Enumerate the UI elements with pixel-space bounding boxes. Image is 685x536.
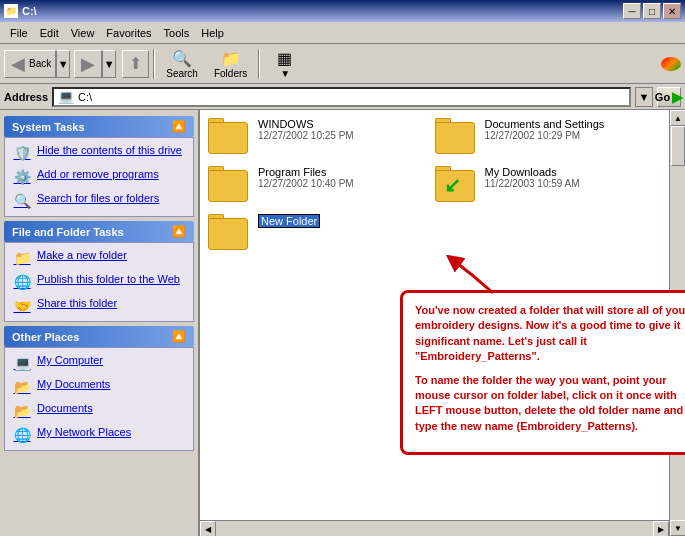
new-folder-item[interactable]: New Folder xyxy=(208,214,427,250)
content-grid: WINDOWS 12/27/2002 10:25 PM Documents an… xyxy=(200,110,669,270)
search-files-item[interactable]: 🔍 Search for files or folders xyxy=(13,192,185,210)
docs-settings-folder-icon xyxy=(435,118,477,154)
share-folder-item[interactable]: 🤝 Share this folder xyxy=(13,297,185,315)
search-button[interactable]: 🔍 Search xyxy=(159,46,205,82)
winxp-logo xyxy=(661,57,681,71)
address-dropdown-button[interactable]: ▼ xyxy=(635,87,653,107)
main-area: System Tasks 🔼 🛡️ Hide the contents of t… xyxy=(0,110,685,536)
views-button[interactable]: ▦ ▼ xyxy=(264,46,304,82)
other-places-body: 💻 My Computer 📂 My Documents 📂 Documents… xyxy=(4,347,194,451)
back-btn-group: ◀ Back ▼ xyxy=(4,50,70,78)
scroll-thumb[interactable] xyxy=(671,126,685,166)
windows-folder-label: WINDOWS 12/27/2002 10:25 PM xyxy=(258,118,354,141)
docs-settings-folder-name: Documents and Settings xyxy=(485,118,605,130)
my-downloads-folder-label: My Downloads 11/22/2003 10:59 AM xyxy=(485,166,580,189)
file-folder-tasks-collapse-icon: 🔼 xyxy=(172,225,186,238)
docs-settings-folder-item[interactable]: Documents and Settings 12/27/2002 10:29 … xyxy=(435,118,654,154)
titlebar-title: C:\ xyxy=(22,5,37,17)
menu-file[interactable]: File xyxy=(4,25,34,41)
back-button[interactable]: ◀ Back xyxy=(4,50,56,78)
forward-dropdown-button[interactable]: ▼ xyxy=(102,50,116,78)
windows-folder-date: 12/27/2002 10:25 PM xyxy=(258,130,354,141)
my-computer-icon: 💻 xyxy=(13,354,31,372)
menu-view[interactable]: View xyxy=(65,25,101,41)
my-documents-item[interactable]: 📂 My Documents xyxy=(13,378,185,396)
my-downloads-folder-date: 11/22/2003 10:59 AM xyxy=(485,178,580,189)
my-network-places-icon: 🌐 xyxy=(13,426,31,444)
up-button[interactable]: ⬆ xyxy=(122,50,149,78)
views-dropdown-icon: ▼ xyxy=(280,68,290,79)
system-tasks-header[interactable]: System Tasks 🔼 xyxy=(4,116,194,137)
menu-edit[interactable]: Edit xyxy=(34,25,65,41)
forward-icon: ▶ xyxy=(81,53,95,75)
system-tasks-body: 🛡️ Hide the contents of this drive ⚙️ Ad… xyxy=(4,137,194,217)
back-dropdown-button[interactable]: ▼ xyxy=(56,50,70,78)
titlebar-buttons: ─ □ ✕ xyxy=(623,3,681,19)
my-computer-item[interactable]: 💻 My Computer xyxy=(13,354,185,372)
scroll-up-button[interactable]: ▲ xyxy=(670,110,685,126)
titlebar-left: 📁 C:\ xyxy=(4,4,37,18)
address-input[interactable]: 💻 C:\ xyxy=(52,87,631,107)
windows-folder-icon xyxy=(208,118,250,154)
go-label: Go xyxy=(655,91,670,103)
add-remove-label: Add or remove programs xyxy=(37,168,159,180)
folders-button[interactable]: 📁 Folders xyxy=(207,46,254,82)
forward-button[interactable]: ▶ xyxy=(74,50,102,78)
system-tasks-section: System Tasks 🔼 🛡️ Hide the contents of t… xyxy=(4,116,194,217)
documents-icon: 📂 xyxy=(13,402,31,420)
folders-icon: 📁 xyxy=(221,49,241,68)
left-panel: System Tasks 🔼 🛡️ Hide the contents of t… xyxy=(0,110,200,536)
system-tasks-title: System Tasks xyxy=(12,121,85,133)
program-files-folder-label: Program Files 12/27/2002 10:40 PM xyxy=(258,166,354,189)
my-documents-icon: 📂 xyxy=(13,378,31,396)
new-folder-name-input[interactable]: New Folder xyxy=(258,214,320,228)
other-places-section: Other Places 🔼 💻 My Computer 📂 My Docume… xyxy=(4,326,194,451)
go-arrow-icon: ▶ xyxy=(672,89,683,105)
file-folder-tasks-header[interactable]: File and Folder Tasks 🔼 xyxy=(4,221,194,242)
toolbar-separator-2 xyxy=(258,49,260,79)
make-new-folder-item[interactable]: 📁 Make a new folder xyxy=(13,249,185,267)
share-folder-label: Share this folder xyxy=(37,297,117,309)
publish-folder-label: Publish this folder to the Web xyxy=(37,273,180,285)
menu-help[interactable]: Help xyxy=(195,25,230,41)
toolbar: ◀ Back ▼ ▶ ▼ ⬆ 🔍 Search 📁 Folders ▦ ▼ xyxy=(0,44,685,84)
add-remove-item[interactable]: ⚙️ Add or remove programs xyxy=(13,168,185,186)
other-places-header[interactable]: Other Places 🔼 xyxy=(4,326,194,347)
scroll-left-button[interactable]: ◀ xyxy=(200,521,216,536)
menu-favorites[interactable]: Favorites xyxy=(100,25,157,41)
docs-settings-folder-label: Documents and Settings 12/27/2002 10:29 … xyxy=(485,118,605,141)
publish-folder-item[interactable]: 🌐 Publish this folder to the Web xyxy=(13,273,185,291)
hide-contents-item[interactable]: 🛡️ Hide the contents of this drive xyxy=(13,144,185,162)
close-button[interactable]: ✕ xyxy=(663,3,681,19)
search-files-label: Search for files or folders xyxy=(37,192,159,204)
menu-tools[interactable]: Tools xyxy=(158,25,196,41)
addressbar: Address 💻 C:\ ▼ Go ▶ xyxy=(0,84,685,110)
program-files-folder-icon xyxy=(208,166,250,202)
hide-contents-label: Hide the contents of this drive xyxy=(37,144,182,156)
back-icon: ◀ xyxy=(11,53,25,75)
scroll-right-button[interactable]: ▶ xyxy=(653,521,669,536)
make-new-folder-label: Make a new folder xyxy=(37,249,127,261)
titlebar: 📁 C:\ ─ □ ✕ xyxy=(0,0,685,22)
horizontal-scrollbar[interactable]: ◀ ▶ xyxy=(200,520,669,536)
menubar: File Edit View Favorites Tools Help xyxy=(0,22,685,44)
minimize-button[interactable]: ─ xyxy=(623,3,641,19)
program-files-folder-date: 12/27/2002 10:40 PM xyxy=(258,178,354,189)
my-downloads-folder-item[interactable]: ↙ My Downloads 11/22/2003 10:59 AM xyxy=(435,166,654,202)
my-network-places-item[interactable]: 🌐 My Network Places xyxy=(13,426,185,444)
documents-item[interactable]: 📂 Documents xyxy=(13,402,185,420)
go-button[interactable]: Go ▶ xyxy=(657,87,681,107)
file-folder-tasks-title: File and Folder Tasks xyxy=(12,226,124,238)
downloads-arrow-icon: ↙ xyxy=(444,173,461,197)
windows-folder-item[interactable]: WINDOWS 12/27/2002 10:25 PM xyxy=(208,118,427,154)
share-folder-icon: 🤝 xyxy=(13,297,31,315)
my-downloads-folder-icon: ↙ xyxy=(435,166,477,202)
hide-contents-icon: 🛡️ xyxy=(13,144,31,162)
scroll-down-button[interactable]: ▼ xyxy=(670,520,685,536)
scroll-h-track[interactable] xyxy=(216,521,653,535)
maximize-button[interactable]: □ xyxy=(643,3,661,19)
my-downloads-folder-name: My Downloads xyxy=(485,166,580,178)
address-label: Address xyxy=(4,91,48,103)
program-files-folder-item[interactable]: Program Files 12/27/2002 10:40 PM xyxy=(208,166,427,202)
callout-bubble: You've now created a folder that will st… xyxy=(400,290,685,455)
